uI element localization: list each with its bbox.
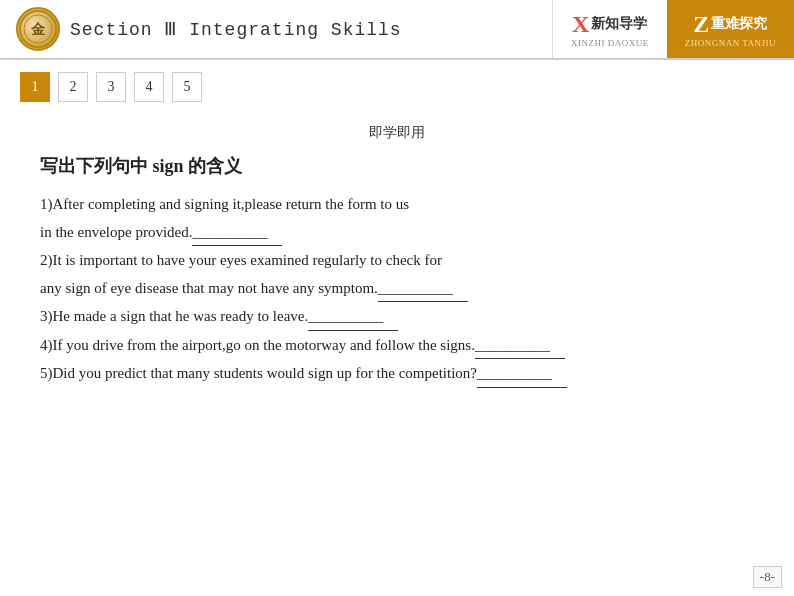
zhongnan-button[interactable]: Z 重难探究 ZHONGNAN TANJIU: [667, 0, 794, 58]
sentence-2-text: 2)It is important to have your eyes exam…: [40, 252, 442, 268]
xinzhi-button[interactable]: X 新知导学 XINZHI DAOXUE: [552, 0, 667, 58]
z-icon: Z: [693, 11, 709, 38]
blank-5: __________: [477, 361, 567, 388]
sentence-1: 1)After completing and signing it,please…: [40, 192, 754, 218]
sentence-3-text: 3)He made a sign that he was ready to le…: [40, 308, 308, 324]
page-btn-1[interactable]: 1: [20, 72, 50, 102]
sentence-1b-text: in the envelope provided.: [40, 224, 192, 240]
page-btn-5[interactable]: 5: [172, 72, 202, 102]
logo-icon: 金: [16, 7, 60, 51]
blank-4: __________: [475, 333, 565, 360]
blank-2: __________: [378, 276, 468, 303]
sentence-5-text: 5)Did you predict that many students wou…: [40, 365, 477, 381]
header-left: 金 Section Ⅲ Integrating Skills: [0, 0, 552, 58]
page-btn-3[interactable]: 3: [96, 72, 126, 102]
sentence-4-text: 4)If you drive from the airport,go on th…: [40, 337, 475, 353]
header-title: Section Ⅲ Integrating Skills: [70, 18, 402, 40]
page-btn-4[interactable]: 4: [134, 72, 164, 102]
blank-3: __________: [308, 304, 398, 331]
pagination: 1 2 3 4 5: [0, 60, 794, 114]
sentence-5: 5)Did you predict that many students wou…: [40, 361, 754, 388]
header: 金 Section Ⅲ Integrating Skills X 新知导学 XI…: [0, 0, 794, 60]
main-title: 写出下列句中 sign 的含义: [40, 154, 754, 178]
header-right: X 新知导学 XINZHI DAOXUE Z 重难探究 ZHONGNAN TAN…: [552, 0, 794, 58]
zhongnan-label: 重难探究: [711, 15, 767, 33]
sentence-1b: in the envelope provided.__________: [40, 220, 754, 247]
blank-1: __________: [192, 220, 282, 247]
sentence-1-text: 1)After completing and signing it,please…: [40, 196, 409, 212]
sentence-3: 3)He made a sign that he was ready to le…: [40, 304, 754, 331]
sentence-2b-text: any sign of eye disease that may not hav…: [40, 280, 378, 296]
xinzhi-sub: XINZHI DAOXUE: [571, 38, 649, 48]
xinzhi-label: 新知导学: [591, 15, 647, 33]
svg-text:金: 金: [30, 21, 46, 37]
sentence-2b: any sign of eye disease that may not hav…: [40, 276, 754, 303]
x-icon: X: [572, 11, 589, 38]
subtitle: 即学即用: [40, 124, 754, 142]
page-number: -8-: [753, 566, 782, 588]
content-area: 即学即用 写出下列句中 sign 的含义 1)After completing …: [0, 114, 794, 410]
zhongnan-sub: ZHONGNAN TANJIU: [685, 38, 776, 48]
sentence-2: 2)It is important to have your eyes exam…: [40, 248, 754, 274]
page-btn-2[interactable]: 2: [58, 72, 88, 102]
sentence-4: 4)If you drive from the airport,go on th…: [40, 333, 754, 360]
